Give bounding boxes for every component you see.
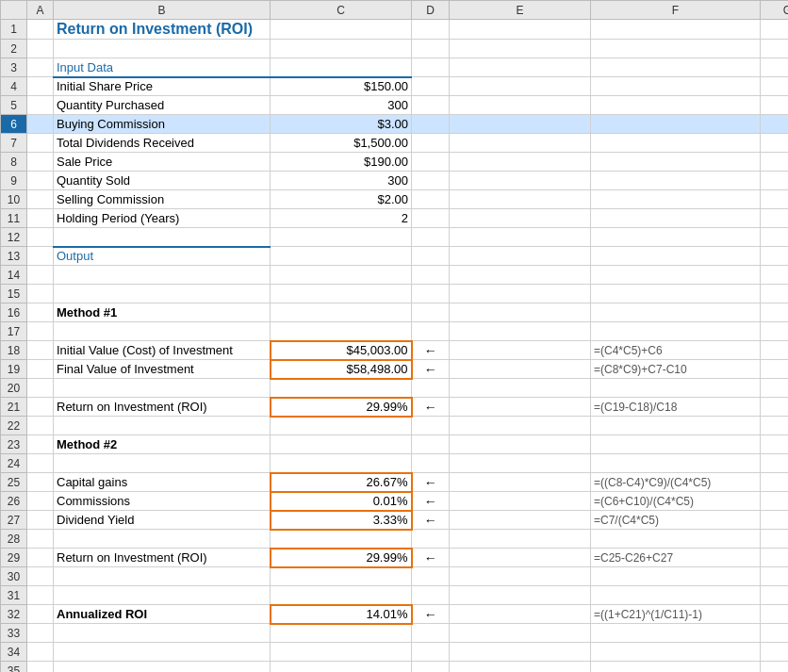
cell-c[interactable]	[271, 417, 412, 435]
cell-b[interactable]: Method #2	[54, 435, 271, 454]
cell-c[interactable]	[271, 379, 412, 398]
cell-c[interactable]	[271, 322, 412, 341]
cell-c[interactable]: $45,003.00	[271, 341, 412, 360]
cell-a[interactable]	[27, 209, 54, 228]
cell-g[interactable]	[761, 285, 789, 303]
cell-b[interactable]: Return on Investment (ROI)	[54, 549, 271, 567]
cell-a[interactable]	[27, 115, 54, 134]
cell-g[interactable]	[761, 379, 789, 398]
table-row[interactable]: 12	[1, 228, 789, 247]
cell-g[interactable]	[761, 303, 789, 322]
cell-e[interactable]	[450, 454, 591, 473]
table-row[interactable]: 10Selling Commission$2.00	[1, 190, 789, 209]
cell-g[interactable]	[761, 511, 789, 530]
cell-c[interactable]: $2.00	[271, 190, 412, 209]
table-row[interactable]: 34	[1, 643, 789, 662]
cell-a[interactable]	[27, 341, 54, 360]
cell-c[interactable]	[271, 40, 412, 58]
cell-c[interactable]: $58,498.00	[271, 360, 412, 379]
col-header-d[interactable]: D	[412, 1, 450, 20]
cell-a[interactable]	[27, 417, 54, 435]
table-row[interactable]: 29Return on Investment (ROI)29.99%←=C25-…	[1, 549, 789, 567]
cell-g[interactable]	[761, 624, 789, 643]
cell-c[interactable]: 14.01%	[271, 605, 412, 624]
table-row[interactable]: 2	[1, 40, 789, 58]
cell-c[interactable]: 29.99%	[271, 549, 412, 567]
cell-g[interactable]	[761, 398, 789, 417]
cell-a[interactable]	[27, 435, 54, 454]
cell-c[interactable]	[271, 643, 412, 662]
cell-g[interactable]	[761, 454, 789, 473]
cell-g[interactable]	[761, 209, 789, 228]
col-header-b[interactable]: B	[54, 1, 271, 20]
cell-c[interactable]	[271, 303, 412, 322]
table-row[interactable]: 17	[1, 322, 789, 341]
table-row[interactable]: 3Input Data	[1, 58, 789, 77]
cell-g[interactable]	[761, 530, 789, 549]
cell-c[interactable]	[271, 662, 412, 673]
cell-e[interactable]	[450, 643, 591, 662]
cell-g[interactable]	[761, 247, 789, 266]
table-row[interactable]: 20	[1, 379, 789, 398]
cell-b[interactable]: Annualized ROI	[54, 605, 271, 624]
table-row[interactable]: 32Annualized ROI14.01%←=((1+C21)^(1/C11)…	[1, 605, 789, 624]
cell-a[interactable]	[27, 96, 54, 115]
cell-e[interactable]	[450, 605, 591, 624]
cell-a[interactable]	[27, 190, 54, 209]
cell-a[interactable]	[27, 643, 54, 662]
table-row[interactable]: 16Method #1	[1, 303, 789, 322]
cell-e[interactable]	[450, 96, 591, 115]
cell-g[interactable]	[761, 567, 789, 586]
cell-b[interactable]	[54, 586, 271, 605]
cell-g[interactable]	[761, 20, 789, 40]
cell-b[interactable]: Total Dividends Received	[54, 134, 271, 153]
cell-b[interactable]: Capital gains	[54, 473, 271, 492]
cell-g[interactable]	[761, 341, 789, 360]
cell-e[interactable]	[450, 549, 591, 567]
cell-g[interactable]	[761, 266, 789, 285]
cell-c[interactable]	[271, 586, 412, 605]
cell-c[interactable]	[271, 530, 412, 549]
cell-a[interactable]	[27, 153, 54, 172]
col-header-a[interactable]: A	[27, 1, 54, 20]
cell-e[interactable]	[450, 77, 591, 96]
col-header-e[interactable]: E	[450, 1, 591, 20]
cell-c[interactable]: $190.00	[271, 153, 412, 172]
cell-g[interactable]	[761, 172, 789, 190]
cell-e[interactable]	[450, 247, 591, 266]
cell-e[interactable]	[450, 360, 591, 379]
table-row[interactable]: 14	[1, 266, 789, 285]
cell-b[interactable]	[54, 662, 271, 673]
cell-c[interactable]	[271, 58, 412, 77]
cell-c[interactable]	[271, 567, 412, 586]
cell-a[interactable]	[27, 379, 54, 398]
cell-c[interactable]: 2	[271, 209, 412, 228]
cell-b[interactable]	[54, 322, 271, 341]
table-row[interactable]: 4Initial Share Price$150.00	[1, 77, 789, 96]
cell-g[interactable]	[761, 492, 789, 511]
cell-c[interactable]: $150.00	[271, 77, 412, 96]
cell-b[interactable]: Selling Commission	[54, 190, 271, 209]
cell-e[interactable]	[450, 209, 591, 228]
table-row[interactable]: 11Holding Period (Years)2	[1, 209, 789, 228]
cell-a[interactable]	[27, 473, 54, 492]
cell-b[interactable]	[54, 40, 271, 58]
cell-g[interactable]	[761, 360, 789, 379]
cell-c[interactable]	[271, 454, 412, 473]
cell-a[interactable]	[27, 530, 54, 549]
cell-b[interactable]: Dividend Yield	[54, 511, 271, 530]
table-row[interactable]: 31	[1, 586, 789, 605]
cell-g[interactable]	[761, 228, 789, 247]
cell-b[interactable]: Final Value of Investment	[54, 360, 271, 379]
cell-c[interactable]: 26.67%	[271, 473, 412, 492]
cell-b[interactable]	[54, 454, 271, 473]
cell-c[interactable]	[271, 20, 412, 40]
cell-c[interactable]: $3.00	[271, 115, 412, 134]
cell-e[interactable]	[450, 190, 591, 209]
cell-a[interactable]	[27, 20, 54, 40]
cell-g[interactable]	[761, 435, 789, 454]
cell-e[interactable]	[450, 153, 591, 172]
cell-b[interactable]	[54, 624, 271, 643]
cell-a[interactable]	[27, 58, 54, 77]
col-header-g[interactable]: G	[761, 1, 789, 20]
